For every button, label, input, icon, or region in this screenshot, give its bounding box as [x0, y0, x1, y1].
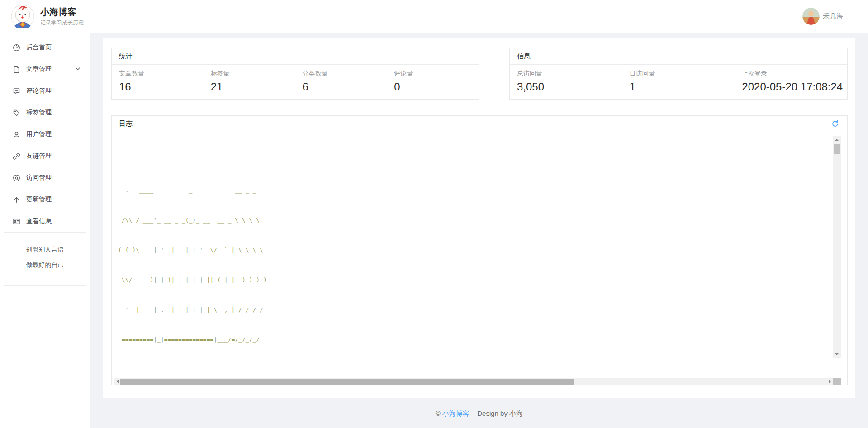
brand: 小海博客 记录学习成长历程 [11, 5, 84, 28]
sidebar-menu: 后台首页 文章管理 评论管理 标签管理 [0, 33, 90, 232]
log-card-title: 日志 [119, 119, 133, 128]
sidebar: 后台首页 文章管理 评论管理 标签管理 [0, 33, 90, 428]
log-card-header: 日志 [112, 116, 847, 132]
site-subtitle: 记录学习成长历程 [40, 19, 84, 27]
stat-value: 0 [394, 81, 479, 93]
log-output: . ____ _ __ _ _ /\\ / ___'_ __ _ _(_)_ _… [118, 136, 833, 356]
spring-banner-line: . ____ _ __ _ _ [118, 185, 833, 195]
stat-total-visits: 总访问量 3,050 [510, 70, 622, 93]
spring-banner-line: ' |____| .__|_| |_|_| |_\__, | / / / / [118, 305, 833, 315]
site-logo-icon [11, 5, 34, 28]
spring-banner-line: =========|_|==============|___/=/_/_/_/ [118, 335, 833, 345]
visit-icon [13, 174, 20, 182]
stat-label: 文章数量 [119, 70, 204, 78]
dashboard-icon [13, 44, 20, 52]
stat-comments: 评论量 0 [387, 70, 479, 93]
stat-daily-visits: 日访问量 1 [622, 70, 735, 93]
comment-icon [13, 87, 20, 95]
vertical-scrollbar[interactable] [833, 136, 841, 358]
sidebar-item-label: 更新管理 [26, 195, 52, 204]
user-menu[interactable]: 禾几海 [802, 8, 843, 25]
stats-row: 文章数量 16 标签量 21 分类数量 6 评论量 0 [112, 65, 479, 93]
stat-tags: 标签量 21 [204, 70, 295, 93]
motto-box: 别管别人言语 做最好的自己 [4, 232, 86, 286]
scroll-right-arrow-icon[interactable] [829, 380, 833, 383]
stat-value: 21 [211, 81, 295, 93]
log-blank-line [118, 156, 833, 166]
sidebar-item-label: 用户管理 [26, 130, 52, 138]
vertical-scroll-thumb[interactable] [834, 144, 840, 154]
stat-value: 1 [630, 81, 735, 93]
horizontal-scroll-thumb[interactable] [120, 379, 574, 385]
site-title: 小海博客 [40, 6, 84, 18]
spring-banner-line: /\\ / ___'_ __ _ _(_)_ __ __ _ \ \ \ \ [118, 215, 833, 225]
sidebar-item-articles[interactable]: 文章管理 [0, 58, 90, 80]
page-footer: ©小海博客 - Design by 小海 [90, 409, 868, 418]
stat-value: 3,050 [517, 81, 622, 93]
info-row: 总访问量 3,050 日访问量 1 上次登录 2020-05-20 17:08:… [510, 65, 847, 93]
refresh-icon [831, 120, 839, 128]
sidebar-item-label: 访问管理 [26, 174, 52, 182]
sidebar-item-users[interactable]: 用户管理 [0, 124, 90, 145]
log-viewport: . ____ _ __ _ _ /\\ / ___'_ __ _ _(_)_ _… [112, 133, 847, 385]
stats-card: 统计 文章数量 16 标签量 21 分类数量 6 评论量 0 [111, 48, 479, 100]
app-header: 小海博客 记录学习成长历程 禾几海 [0, 0, 868, 33]
footer-credit: - Design by 小海 [473, 409, 523, 417]
user-avatar [802, 8, 820, 25]
sidebar-item-label: 评论管理 [26, 87, 52, 95]
id-card-icon [13, 218, 20, 225]
stats-card-title: 统计 [119, 52, 133, 61]
link-icon [13, 152, 20, 160]
stat-label: 总访问量 [517, 70, 622, 78]
sidebar-item-visits[interactable]: 访问管理 [0, 167, 90, 189]
footer-site-link[interactable]: 小海博客 [442, 409, 470, 417]
horizontal-scrollbar[interactable] [114, 378, 834, 385]
tag-icon [13, 109, 20, 117]
brand-text: 小海博客 记录学习成长历程 [40, 6, 84, 27]
scroll-up-arrow-icon[interactable] [835, 137, 839, 141]
stat-articles: 文章数量 16 [112, 70, 204, 93]
stat-value: 16 [119, 81, 204, 93]
main-content: 统计 文章数量 16 标签量 21 分类数量 6 评论量 0 信息 [103, 38, 855, 398]
sidebar-item-label: 友链管理 [26, 152, 52, 160]
article-icon [13, 66, 20, 73]
update-icon [13, 196, 20, 204]
info-card-header: 信息 [510, 48, 847, 65]
motto-line: 别管别人言语 [4, 246, 86, 254]
info-card: 信息 总访问量 3,050 日访问量 1 上次登录 2020-05-20 17:… [509, 48, 848, 100]
stat-value: 2020-05-20 17:08:24 [742, 81, 847, 93]
motto-line: 做最好的自己 [4, 261, 86, 269]
stat-categories: 分类数量 6 [295, 70, 387, 93]
sidebar-item-label: 查看信息 [26, 217, 52, 225]
stat-label: 日访问量 [630, 70, 735, 78]
stat-label: 分类数量 [303, 70, 387, 78]
sidebar-item-comments[interactable]: 评论管理 [0, 80, 90, 102]
spring-banner-line: ( ( )\___ | '_ | '_| | '_ \/ _` | \ \ \ … [118, 245, 833, 255]
stat-label: 标签量 [211, 70, 295, 78]
stat-value: 6 [303, 81, 387, 93]
sidebar-item-label: 文章管理 [26, 65, 52, 73]
sidebar-item-update[interactable]: 更新管理 [0, 189, 90, 210]
stat-label: 上次登录 [742, 70, 847, 78]
sidebar-item-label: 标签管理 [26, 109, 52, 117]
info-card-title: 信息 [517, 52, 531, 61]
sidebar-item-dashboard[interactable]: 后台首页 [0, 37, 90, 58]
scroll-left-arrow-icon[interactable] [115, 380, 119, 383]
sidebar-item-view-info[interactable]: 查看信息 [0, 210, 90, 232]
log-card: 日志 . ____ _ __ _ _ /\\ / ___'_ __ _ _(_)… [111, 115, 848, 385]
stat-label: 评论量 [394, 70, 479, 78]
stat-last-login: 上次登录 2020-05-20 17:08:24 [735, 70, 847, 93]
sidebar-item-label: 后台首页 [26, 43, 52, 52]
spring-banner-line: \\/ ___)| |_)| | | | | || (_| | ) ) ) ) [118, 275, 833, 285]
scroll-down-arrow-icon[interactable] [835, 353, 839, 357]
chevron-down-icon [76, 67, 80, 71]
username: 禾几海 [823, 12, 843, 21]
sidebar-item-tags[interactable]: 标签管理 [0, 102, 90, 124]
refresh-log-button[interactable] [830, 119, 840, 128]
stats-card-header: 统计 [112, 48, 479, 65]
user-icon [13, 131, 20, 138]
sidebar-item-links[interactable]: 友链管理 [0, 145, 90, 167]
copyright-symbol: © [436, 409, 441, 417]
scrollbar-corner [833, 378, 841, 385]
